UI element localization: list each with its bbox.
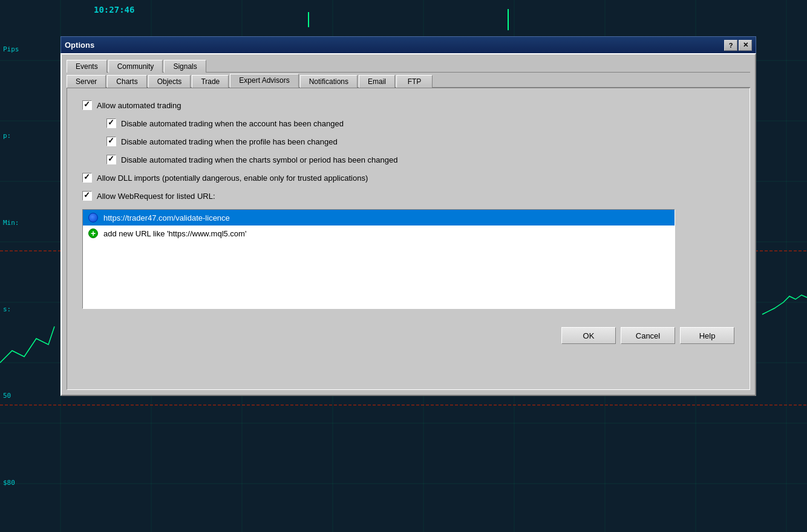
tab-server[interactable]: Server: [67, 75, 106, 88]
tab-notifications[interactable]: Notifications: [300, 75, 358, 88]
help-title-button[interactable]: ?: [724, 40, 737, 51]
cancel-button[interactable]: Cancel: [621, 327, 675, 344]
checkbox-allow-webrequest: Allow WebRequest for listed URL:: [82, 191, 734, 201]
axis-label-pips: Pips: [3, 45, 51, 53]
checkbox-allow-webrequest-input[interactable]: [82, 191, 92, 201]
checkbox-allow-dll-input[interactable]: [82, 173, 92, 183]
globe-icon: [88, 212, 99, 223]
axis-labels: Pips p: Min: s: 50 $80: [0, 0, 54, 532]
url-text-add: add new URL like 'https://www.mql5.com': [103, 229, 246, 238]
tab-ftp[interactable]: FTP: [396, 75, 433, 88]
title-bar-buttons: ? ✕: [724, 40, 752, 51]
axis-label-50: 50: [3, 392, 51, 400]
axis-label-80: $80: [3, 479, 51, 487]
time-display: 10:27:46: [94, 5, 134, 15]
url-listbox[interactable]: https://trader47.com/validate-licence + …: [82, 209, 675, 309]
ok-button[interactable]: OK: [561, 327, 616, 344]
checkbox-allow-automated-input[interactable]: [82, 100, 92, 110]
tab-charts[interactable]: Charts: [107, 75, 146, 88]
url-text-1: https://trader47.com/validate-licence: [103, 213, 230, 222]
checkbox-allow-dll: Allow DLL imports (potentially dangerous…: [82, 173, 734, 183]
url-row-add[interactable]: + add new URL like 'https://www.mql5.com…: [83, 225, 675, 241]
checkbox-disable-account: Disable automated trading when the accou…: [106, 118, 734, 128]
tab-expert-advisors[interactable]: Expert Advisors: [230, 74, 298, 88]
tab-row-2: Server Charts Objects Trade Expert Advis…: [67, 73, 750, 88]
checkbox-allow-dll-label: Allow DLL imports (potentially dangerous…: [97, 174, 368, 183]
tab-objects[interactable]: Objects: [148, 75, 191, 88]
checkbox-allow-webrequest-label: Allow WebRequest for listed URL:: [97, 192, 215, 201]
help-button[interactable]: Help: [680, 327, 734, 344]
checkbox-disable-profile-input[interactable]: [106, 137, 116, 146]
title-bar: Options ? ✕: [60, 36, 756, 53]
options-dialog: Options ? ✕ Events Community Signals Ser…: [60, 36, 756, 496]
tab-community[interactable]: Community: [108, 60, 163, 73]
checkbox-allow-automated-label: Allow automated trading: [97, 101, 181, 110]
tabs-container: Events Community Signals Server Charts O…: [67, 59, 750, 88]
tab-trade[interactable]: Trade: [192, 75, 229, 88]
checkbox-disable-charts: Disable automated trading when the chart…: [106, 155, 734, 164]
checkbox-disable-charts-input[interactable]: [106, 155, 116, 164]
close-title-button[interactable]: ✕: [739, 40, 752, 51]
add-url-icon: +: [88, 228, 99, 239]
url-row-1[interactable]: https://trader47.com/validate-licence: [83, 210, 675, 225]
dialog-body: Events Community Signals Server Charts O…: [60, 53, 756, 396]
checkbox-disable-charts-label: Disable automated trading when the chart…: [121, 155, 397, 164]
checkbox-disable-account-label: Disable automated trading when the accou…: [121, 119, 344, 128]
tab-email[interactable]: Email: [359, 75, 395, 88]
axis-label-s: s:: [3, 305, 51, 313]
checkbox-disable-account-input[interactable]: [106, 118, 116, 128]
checkbox-disable-profile: Disable automated trading when the profi…: [106, 137, 734, 146]
bottom-buttons: OK Cancel Help: [82, 321, 734, 344]
axis-label-min: Min:: [3, 219, 51, 227]
checkbox-disable-profile-label: Disable automated trading when the profi…: [121, 137, 338, 146]
checkbox-allow-automated: Allow automated trading: [82, 100, 734, 110]
tab-events[interactable]: Events: [67, 60, 107, 73]
dialog-title: Options: [65, 41, 94, 50]
tab-signals[interactable]: Signals: [164, 60, 206, 73]
axis-label-p: p:: [3, 132, 51, 140]
content-panel: Allow automated trading Disable automate…: [67, 88, 750, 390]
tab-row-1: Events Community Signals: [67, 59, 750, 73]
